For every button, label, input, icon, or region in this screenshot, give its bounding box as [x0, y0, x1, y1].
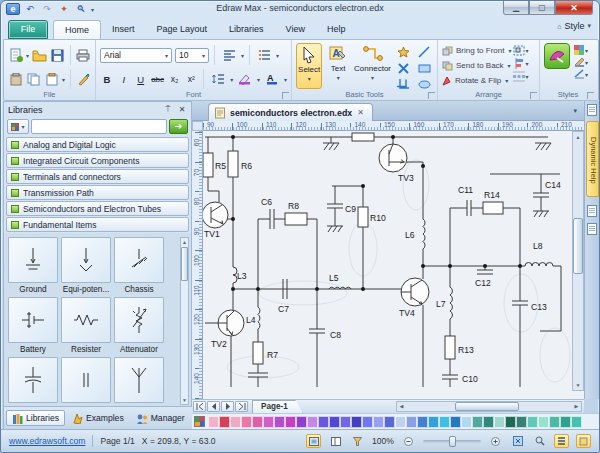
color-swatch[interactable] — [351, 416, 362, 428]
zoom-slider-thumb[interactable] — [449, 436, 456, 447]
color-swatch[interactable] — [384, 416, 395, 428]
last-page-button[interactable] — [235, 401, 248, 412]
scroll-up-icon[interactable]: ▲ — [573, 132, 583, 142]
scrollbar-thumb[interactable] — [455, 402, 519, 411]
symbol-contact[interactable] — [61, 357, 111, 403]
theme-button[interactable] — [544, 43, 570, 69]
font-family-select[interactable]: Arial▾ — [100, 48, 172, 63]
italic-button[interactable]: I — [117, 74, 131, 85]
panel-tab-libraries[interactable]: Libraries — [6, 410, 65, 426]
align-dropdown-icon[interactable]: ▾ — [241, 52, 244, 59]
vertical-scrollbar[interactable]: ▲ ▼ — [572, 131, 584, 391]
color-swatch[interactable] — [296, 416, 307, 428]
pan-zoom-button[interactable] — [532, 434, 547, 448]
new-dropdown-icon[interactable]: ▾ — [26, 52, 29, 59]
list-dropdown-icon[interactable]: ▾ — [276, 52, 279, 59]
paste-icon[interactable] — [8, 71, 23, 88]
minimize-button[interactable]: ▁ — [503, 1, 529, 15]
maximize-button[interactable]: ▢ — [529, 1, 555, 15]
save-icon[interactable] — [50, 47, 65, 64]
color-swatch[interactable] — [263, 416, 274, 428]
delete-tool-icon[interactable] — [394, 61, 412, 75]
symbol-chassis[interactable] — [114, 237, 164, 283]
color-swatch[interactable] — [516, 416, 527, 428]
copy-icon[interactable] — [26, 71, 41, 88]
group-button[interactable]: ▾ — [513, 45, 528, 56]
color-swatch[interactable] — [461, 416, 472, 428]
zoom-in-button[interactable] — [488, 434, 503, 448]
color-swatch[interactable] — [395, 416, 406, 428]
color-swatch[interactable] — [340, 416, 351, 428]
color-swatch[interactable] — [373, 416, 384, 428]
color-swatch[interactable] — [406, 416, 417, 428]
next-page-button[interactable] — [221, 401, 234, 412]
bullet-list-icon[interactable] — [255, 47, 273, 64]
highlight-dropdown-icon[interactable]: ▾ — [257, 76, 260, 83]
select-tool-button[interactable]: Select▾ — [296, 43, 322, 89]
tab-insert[interactable]: Insert — [101, 20, 146, 39]
prev-page-button[interactable] — [207, 401, 220, 412]
help-doc-icon[interactable] — [587, 205, 597, 217]
help-page-icon[interactable] — [587, 104, 597, 116]
color-swatch[interactable] — [538, 416, 549, 428]
outline-button[interactable] — [554, 434, 569, 448]
color-swatch[interactable] — [252, 416, 263, 428]
rotate-flip-button[interactable]: Rotate & Flip▾ — [442, 73, 511, 88]
scroll-up-icon[interactable]: ▲ — [181, 238, 188, 246]
library-group-fundamental-items[interactable]: Fundamental Items — [6, 217, 189, 232]
color-swatch[interactable] — [472, 416, 483, 428]
symbol-antenna[interactable] — [114, 357, 164, 403]
library-group-semiconductors[interactable]: Semiconductors and Electron Tubes — [6, 201, 189, 216]
color-swatch[interactable] — [560, 416, 571, 428]
spacing-dropdown-icon[interactable]: ▾ — [230, 76, 233, 83]
first-page-button[interactable] — [193, 401, 206, 412]
color-swatch[interactable] — [439, 416, 450, 428]
color-swatch[interactable] — [230, 416, 241, 428]
help-doc-icon[interactable] — [587, 223, 597, 235]
library-group-analog-digital-logic[interactable]: Analog and Digital Logic — [6, 137, 189, 152]
zoom-out-button[interactable] — [401, 434, 416, 448]
color-swatch[interactable] — [318, 416, 329, 428]
style-menu-button[interactable]: ⌂ Style ▾ — [557, 21, 591, 31]
symbol-equipotentiality[interactable] — [61, 237, 111, 283]
library-group-terminals-connectors[interactable]: Terminals and connectors — [6, 169, 189, 184]
ellipse-tool-icon[interactable] — [415, 77, 433, 91]
subscript-button[interactable]: x₂ — [168, 74, 182, 84]
color-swatch[interactable] — [241, 416, 252, 428]
search-go-button[interactable]: ➔ — [169, 119, 188, 134]
fill-color-button[interactable]: ▾ — [574, 45, 588, 55]
horizontal-scrollbar[interactable]: ◀ ▶ — [396, 401, 582, 412]
line-style-button[interactable]: ▾ — [574, 69, 588, 79]
scrollbar-thumb[interactable] — [573, 218, 583, 274]
new-document-icon[interactable] — [8, 47, 23, 64]
scroll-right-icon[interactable]: ▶ — [572, 402, 581, 411]
search-input[interactable] — [31, 119, 167, 134]
scroll-left-icon[interactable]: ◀ — [397, 402, 406, 411]
tab-page-layout[interactable]: Page Layout — [146, 20, 219, 39]
highlight-icon[interactable] — [236, 71, 254, 88]
rectangle-tool-icon[interactable] — [415, 61, 433, 75]
close-button[interactable]: ✕ — [555, 1, 593, 15]
color-swatch[interactable] — [450, 416, 461, 428]
dynamic-help-tab[interactable]: Dynamic Help — [586, 121, 599, 197]
color-swatch[interactable] — [428, 416, 439, 428]
symbol-attenuator[interactable] — [114, 297, 164, 343]
edrawsoft-link[interactable]: www.edrawsoft.com — [9, 436, 85, 446]
document-tab[interactable]: semiconductors electron.edx ✕ — [208, 103, 373, 121]
font-size-select[interactable]: 10▾ — [175, 48, 209, 63]
palette-icon[interactable] — [194, 416, 205, 427]
symbols-scrollbar[interactable]: ▲ ▼ — [180, 237, 189, 405]
print-icon[interactable] — [76, 47, 91, 64]
symbol-resister[interactable] — [61, 297, 111, 343]
panel-close-icon[interactable]: ✕ — [177, 105, 187, 115]
zoom-slider[interactable] — [423, 440, 481, 443]
symbol-battery[interactable] — [8, 297, 58, 343]
fit-to-window-button[interactable] — [510, 434, 525, 448]
underline-button[interactable]: U — [134, 74, 148, 85]
color-swatch[interactable] — [494, 416, 505, 428]
symbol-capacitor[interactable] — [8, 357, 58, 403]
color-swatch[interactable] — [417, 416, 428, 428]
pagesetup-button[interactable] — [576, 434, 591, 448]
tab-home[interactable]: Home — [53, 20, 101, 39]
library-group-integrated-circuit[interactable]: Integrated Circuit Components — [6, 153, 189, 168]
